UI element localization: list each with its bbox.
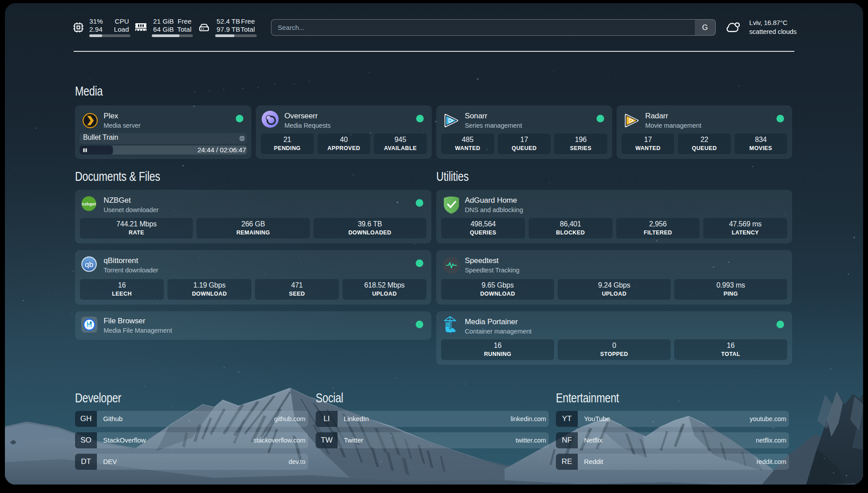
svg-text:nzbget: nzbget <box>82 201 96 206</box>
svg-text:qb: qb <box>85 260 93 269</box>
